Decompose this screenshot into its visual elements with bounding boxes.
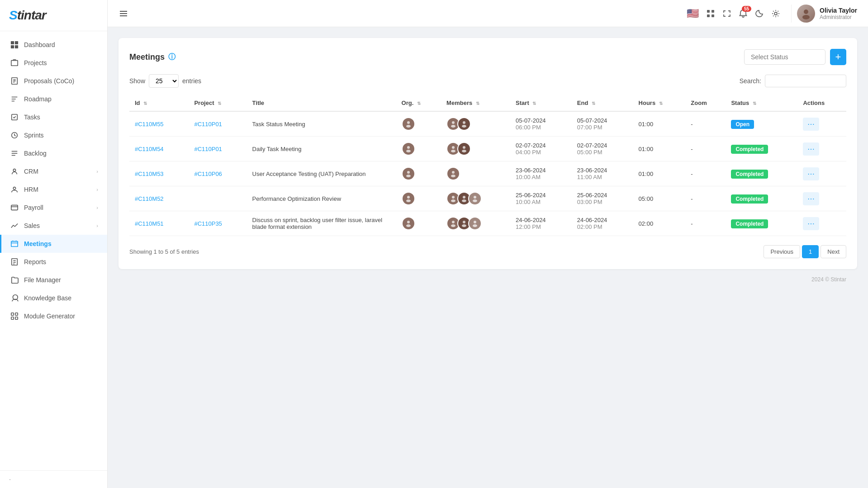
row-action-button[interactable]: ⋯ — [803, 118, 819, 131]
svg-rect-30 — [711, 10, 714, 13]
sidebar-item-file-manager[interactable]: File Manager — [0, 271, 107, 289]
cell-id: #C110M52 — [129, 186, 189, 211]
meeting-id-link[interactable]: #C110M51 — [135, 220, 164, 227]
sort-members-icon[interactable]: ⇅ — [476, 101, 479, 106]
show-entries-area: Show 25 10 50 100 entries — [129, 74, 201, 88]
settings-icon[interactable] — [771, 9, 780, 18]
apps-grid-icon — [706, 9, 715, 18]
cell-title: Performance Optimization Review — [247, 186, 396, 211]
cell-project: #C110P01 — [189, 137, 247, 161]
cell-id: #C110M51 — [129, 211, 189, 236]
cell-end: 02-07-202405:00 PM — [572, 137, 633, 161]
svg-point-57 — [462, 199, 466, 202]
next-page-button[interactable]: Next — [821, 245, 846, 258]
svg-rect-1 — [15, 41, 18, 44]
prev-page-button[interactable]: Previous — [764, 245, 800, 258]
project-link[interactable]: #C110P06 — [194, 171, 222, 177]
project-link[interactable]: #C110P01 — [194, 146, 222, 152]
sidebar-item-knowledge-base[interactable]: Knowledge Base — [0, 289, 107, 307]
sort-hours-icon[interactable]: ⇅ — [659, 101, 663, 106]
sidebar-item-payroll[interactable]: Payroll › — [0, 199, 107, 217]
flag-icon[interactable]: 🇺🇸 — [687, 8, 699, 19]
row-action-button[interactable]: ⋯ — [803, 142, 819, 156]
user-area[interactable]: Olivia Taylor Administrator — [791, 5, 857, 23]
sidebar-item-backlog[interactable]: Backlog — [0, 144, 107, 162]
add-meeting-button[interactable]: + — [830, 49, 846, 65]
sidebar-item-crm[interactable]: CRM › — [0, 162, 107, 180]
table-row: #C110M55 #C110P01 Task Status Meeting 05… — [129, 111, 846, 137]
card-header: Meetings ⓘ + — [129, 49, 846, 65]
meeting-id-link[interactable]: #C110M53 — [135, 171, 164, 177]
meeting-id-link[interactable]: #C110M52 — [135, 195, 164, 202]
sidebar-item-proposals[interactable]: Proposals (CoCo) — [0, 72, 107, 90]
cell-start: 23-06-202410:00 AM — [510, 161, 572, 186]
pagination-area: Showing 1 to 5 of 5 entries Previous 1 N… — [129, 245, 846, 258]
sort-start-icon[interactable]: ⇅ — [532, 101, 536, 106]
page-1-button[interactable]: 1 — [802, 245, 819, 258]
sidebar-item-tasks[interactable]: Tasks — [0, 108, 107, 126]
cell-zoom: - — [685, 211, 726, 236]
search-input[interactable] — [765, 75, 846, 87]
sidebar-item-sales[interactable]: Sales › — [0, 217, 107, 235]
sort-project-icon[interactable]: ⇅ — [218, 101, 221, 106]
sidebar-item-projects[interactable]: Projects — [0, 54, 107, 72]
proposals-icon — [10, 77, 19, 85]
entries-per-page-select[interactable]: 25 10 50 100 — [149, 74, 179, 88]
notification-icon[interactable]: 55 — [739, 9, 748, 18]
header-icons: 🇺🇸 55 — [687, 5, 857, 23]
svg-point-47 — [462, 150, 466, 152]
menu-toggle[interactable] — [119, 8, 128, 19]
meeting-id-link[interactable]: #C110M54 — [135, 146, 164, 152]
sidebar-item-module-generator[interactable]: Module Generator — [0, 307, 107, 325]
cell-project — [189, 186, 247, 211]
cell-title: Discuss on sprint, backlog user filter i… — [247, 211, 396, 236]
sort-id-icon[interactable]: ⇅ — [143, 101, 147, 106]
row-action-button[interactable]: ⋯ — [803, 192, 819, 205]
pagination-buttons: Previous 1 Next — [764, 245, 846, 258]
svg-point-34 — [804, 9, 808, 14]
sidebar-item-meetings[interactable]: Meetings — [0, 235, 107, 253]
sidebar-item-roadmap[interactable]: Roadmap — [0, 90, 107, 108]
row-action-button[interactable]: ⋯ — [803, 167, 819, 180]
col-project: Project ⇅ — [189, 95, 247, 111]
card-title-area: Meetings ⓘ — [129, 52, 175, 62]
apps-icon[interactable] — [706, 9, 715, 18]
sort-end-icon[interactable]: ⇅ — [592, 101, 595, 106]
sidebar-item-sprints[interactable]: Sprints — [0, 126, 107, 144]
status-badge: Completed — [731, 219, 768, 228]
sprints-icon — [10, 131, 19, 139]
info-icon[interactable]: ⓘ — [168, 52, 175, 62]
avatar — [797, 5, 815, 23]
sidebar-item-reports[interactable]: Reports — [0, 253, 107, 271]
col-zoom: Zoom — [685, 95, 726, 111]
crm-arrow: › — [96, 169, 98, 174]
theme-icon[interactable] — [755, 9, 764, 18]
sidebar-item-dashboard[interactable]: Dashboard — [0, 36, 107, 54]
svg-point-13 — [13, 169, 15, 171]
sort-org-icon[interactable]: ⇅ — [417, 101, 421, 106]
project-link[interactable]: #C110P35 — [194, 220, 222, 227]
expand-icon[interactable] — [722, 9, 731, 18]
svg-point-39 — [451, 125, 455, 128]
cell-status: Completed — [726, 137, 797, 161]
footer-text: 2024 © Stintar — [811, 276, 846, 283]
sidebar-label-knowledge-base: Knowledge Base — [24, 294, 71, 302]
sidebar-item-hrm[interactable]: HRM › — [0, 180, 107, 199]
table-row: #C110M53 #C110P06 User Acceptance Testin… — [129, 161, 846, 186]
sort-status-icon[interactable]: ⇅ — [753, 101, 756, 106]
svg-rect-15 — [11, 205, 18, 210]
notification-badge: 55 — [742, 6, 751, 12]
status-select-input[interactable] — [744, 49, 825, 65]
project-link[interactable]: #C110P01 — [194, 121, 222, 128]
avatar — [402, 167, 415, 180]
row-action-button[interactable]: ⋯ — [803, 217, 819, 230]
module-generator-icon — [10, 312, 19, 320]
cell-status: Open — [726, 111, 797, 137]
cell-end: 24-06-202402:00 PM — [572, 211, 633, 236]
cell-start: 25-06-202410:00 AM — [510, 186, 572, 211]
sidebar-label-dashboard: Dashboard — [24, 41, 55, 48]
sidebar-label-hrm: HRM — [24, 186, 38, 193]
meeting-id-link[interactable]: #C110M55 — [135, 121, 164, 128]
svg-point-35 — [802, 15, 810, 19]
svg-point-40 — [463, 121, 465, 124]
